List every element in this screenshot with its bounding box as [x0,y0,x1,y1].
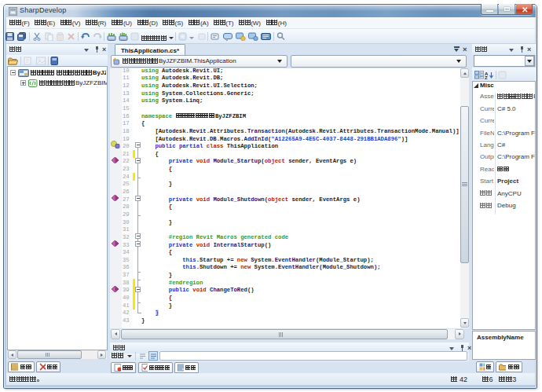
svg-text:Z: Z [485,75,488,79]
